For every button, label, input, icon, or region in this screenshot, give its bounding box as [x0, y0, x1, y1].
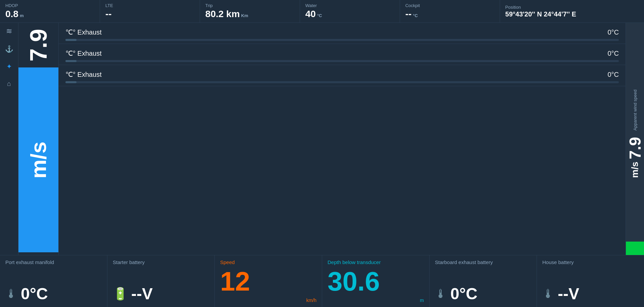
wind-panel-left: 7.9 m/s — [18, 23, 59, 255]
sidebar-anchor-icon[interactable]: ⚓ — [5, 45, 13, 53]
starter-battery-label: Starter battery — [113, 259, 209, 265]
wind-speed-value: m/s — [26, 142, 51, 178]
speed-value-row: 12 — [220, 266, 316, 297]
exhaust-progress-fill-3 — [65, 81, 77, 83]
sidebar-wind-icon[interactable]: ≋ — [6, 27, 12, 36]
starboard-exhaust-item: Starboard exhaust battery 🌡 0°C — [430, 255, 537, 307]
exhaust-progress-3 — [65, 81, 619, 83]
speed-unit: km/h — [220, 298, 316, 303]
lte-item: LTE -- — [100, 0, 200, 22]
port-exhaust-value-row: 🌡 0°C — [5, 285, 102, 303]
port-exhaust-item: Port exhaust manifold 🌡 0°C — [0, 255, 107, 307]
bottom-bar: Port exhaust manifold 🌡 0°C Starter batt… — [0, 255, 644, 307]
position-item: Position 59°43'20'' N 24°44'7'' E — [500, 0, 644, 22]
wind-value-top: 7.9 — [25, 25, 52, 65]
right-panel: Apparent wind speed 7.9 m/s — [626, 23, 644, 255]
starboard-exhaust-value-row: 🌡 0°C — [435, 285, 531, 303]
starter-battery-value: --V — [131, 285, 153, 303]
depth-value-row: 30.6 — [328, 266, 424, 297]
lte-label: LTE — [105, 3, 194, 8]
sidebar-home-icon[interactable]: ⌂ — [7, 80, 11, 88]
house-battery-value: --V — [558, 285, 579, 303]
content-area: ℃° Exhaust 0°C ℃° Exhaust 0°C ℃° Exhaust… — [59, 23, 626, 255]
port-exhaust-value: 0°C — [21, 285, 48, 303]
exhaust-progress-1 — [65, 39, 619, 41]
sidebar-fan-icon[interactable]: ✦ — [6, 62, 12, 70]
exhaust-row-1: ℃° Exhaust 0°C — [59, 23, 626, 44]
exhaust-value-3: 0°C — [607, 71, 619, 79]
exhaust-title-3: ℃° Exhaust — [65, 70, 102, 79]
water-item: Water 40 °C — [300, 0, 400, 22]
exhaust-title-1: ℃° Exhaust — [65, 28, 102, 36]
house-battery-item: House battery 🌡 --V — [537, 255, 644, 307]
speed-label: Speed — [220, 259, 316, 265]
position-value: 59°43'20'' N 24°44'7'' E — [505, 10, 639, 18]
trip-item: Trip 80.2 km Km — [200, 0, 300, 22]
starboard-exhaust-value: 0°C — [450, 285, 478, 303]
trip-value: 80.2 km Km — [205, 9, 294, 19]
exhaust-row-2: ℃° Exhaust 0°C — [59, 44, 626, 65]
exhaust-progress-2 — [65, 60, 619, 62]
house-battery-label: House battery — [542, 259, 639, 265]
exhaust-progress-fill-1 — [65, 39, 77, 41]
depth-item: Depth below transducer 30.6 m — [322, 255, 430, 307]
battery-icon-1: 🔋 — [113, 287, 128, 301]
port-exhaust-label: Port exhaust manifold — [5, 259, 102, 265]
lte-value: -- — [105, 9, 194, 19]
trip-label: Trip — [205, 3, 294, 8]
starboard-exhaust-label: Starboard exhaust battery — [435, 259, 531, 265]
speed-value: 12 — [220, 266, 250, 297]
wind-gauge-bar — [626, 242, 644, 255]
wind-speed-box: m/s — [18, 67, 58, 252]
depth-label: Depth below transducer — [328, 259, 424, 265]
depth-unit: m — [328, 298, 424, 303]
main-area: ≋ ⚓ ✦ ⌂ 7.9 m/s ℃° Exhaust 0°C ℃° Exhaus… — [0, 23, 644, 255]
speed-item: Speed 12 km/h — [215, 255, 322, 307]
apparent-wind-label: Apparent wind speed — [633, 86, 638, 134]
hdop-item: HDOP 0.8 m — [0, 0, 100, 22]
hdop-value: 0.8 m — [5, 9, 94, 19]
cockpit-item: Cockpit -- °C — [400, 0, 500, 22]
exhaust-value-1: 0°C — [607, 29, 619, 36]
apparent-wind-value: 7.9 — [626, 137, 644, 159]
thermo-icon-3: 🌡 — [542, 287, 554, 301]
thermo-icon-2: 🌡 — [435, 287, 447, 301]
cockpit-value: -- °C — [405, 9, 494, 19]
exhaust-value-2: 0°C — [607, 50, 619, 57]
empty-area — [59, 86, 626, 255]
exhaust-title-2: ℃° Exhaust — [65, 49, 102, 57]
starter-battery-item: Starter battery 🔋 --V — [107, 255, 215, 307]
house-battery-value-row: 🌡 --V — [542, 285, 639, 303]
thermo-icon-1: 🌡 — [5, 287, 17, 301]
starter-battery-value-row: 🔋 --V — [113, 285, 209, 303]
cockpit-label: Cockpit — [405, 3, 494, 8]
apparent-wind-unit: m/s — [630, 162, 640, 178]
top-bar: HDOP 0.8 m LTE -- Trip 80.2 km Km Water … — [0, 0, 644, 23]
hdop-label: HDOP — [5, 3, 94, 8]
position-label: Position — [505, 5, 639, 10]
exhaust-progress-fill-2 — [65, 60, 77, 62]
water-label: Water — [305, 3, 394, 8]
left-sidebar: ≋ ⚓ ✦ ⌂ — [0, 23, 18, 255]
depth-value: 30.6 — [328, 266, 380, 297]
water-value: 40 °C — [305, 9, 394, 19]
exhaust-row-3: ℃° Exhaust 0°C — [59, 65, 626, 86]
